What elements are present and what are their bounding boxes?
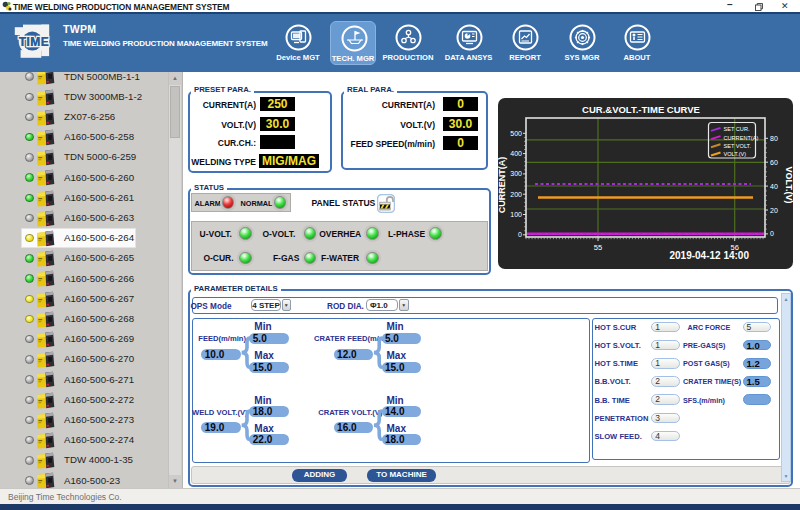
svg-text:TIME: TIME (19, 35, 50, 49)
